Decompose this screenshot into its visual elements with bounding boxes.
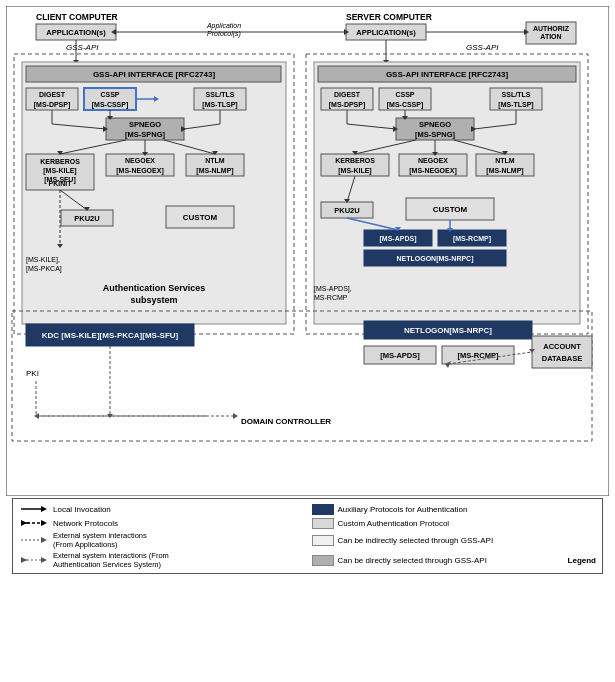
legend-ext2-label: External system interactions (FromAuthen… [53,551,169,569]
auth-subsystem-label: Authentication Services [103,283,206,293]
legend-aux-label: Auxiliary Protocols for Authentication [338,505,468,514]
ms-kile-pkca-label: [MS-KILE], [26,256,60,264]
svg-marker-99 [21,520,27,526]
left-spnego2: [MS-SPNG] [125,130,166,139]
architecture-diagram: CLIENT COMPUTER SERVER COMPUTER APPLICAT… [6,6,609,496]
client-app-box: APPLICATION(s) [46,28,106,37]
pki-label: PKI [26,369,39,378]
client-computer-label: CLIENT COMPUTER [36,12,118,22]
left-ntlm: NTLM [205,157,225,164]
domain-controller: DOMAIN CONTROLLER [241,417,331,426]
ms-rcmp-right: [MS-RCMP] [458,351,499,360]
legend-item-network: Network Protocols [19,517,304,529]
ms-kile-pkca-label2: [MS-PKCA] [26,265,62,273]
auth-subsystem-label2: subsystem [130,295,177,305]
legend-custom-label: Custom Authentication Protocol [338,519,450,528]
legend-aux-color [312,504,334,515]
legend-direct-label: Can be directly selected through GSS-API [338,556,487,565]
app-protocol-label2: Protocol(s) [207,30,241,38]
right-ntlm: NTLM [495,157,515,164]
app-protocol-label: Application [206,22,241,30]
ms-rcmp-below: MS-RCMP [314,294,348,301]
ext-auth-arrow [19,554,49,566]
right-pku2u: PKU2U [334,206,359,215]
client-gss-api: GSS-API [66,43,99,52]
authz-box2: ATION [540,33,561,40]
right-ssltls2: [MS-TLSP] [498,101,533,109]
right-spnego: SPNEGO [419,120,451,129]
left-kerberos: KERBEROS [40,158,80,165]
left-cssp: CSSP [100,91,119,98]
right-negoex2: [MS-NEGOEX] [409,167,456,175]
left-kerberos4: PKINIT [49,180,73,187]
left-ssltls2: [MS-TLSP] [202,101,237,109]
legend-item-custom: Custom Authentication Protocol [312,517,597,529]
right-ntlm2: [MS-NLMP] [486,167,523,175]
right-gss-interface: GSS-API INTERFACE [RFC2743] [386,70,509,79]
legend-title: Legend [568,556,596,565]
left-ssltls: SSL/TLS [206,91,235,98]
right-negoex: NEGOEX [418,157,448,164]
legend-ext1-label: External system interactions(From Applic… [53,531,147,549]
ms-rcmp-box: [MS-RCMP] [453,235,491,243]
main-container: CLIENT COMPUTER SERVER COMPUTER APPLICAT… [0,0,615,682]
right-ssltls: SSL/TLS [502,91,531,98]
kdc-box: KDC [MS-KILE][MS-PKCA][MS-SFU] [42,331,179,340]
server-computer-label: SERVER COMPUTER [346,12,432,22]
legend-item-indirect: Can be indirectly selected through GSS-A… [312,531,597,549]
svg-marker-103 [41,537,47,543]
right-cssp: CSSP [395,91,414,98]
left-digest2: [MS-DPSP] [34,101,71,109]
left-pku2u: PKU2U [74,214,99,223]
legend-custom-color [312,518,334,529]
right-spnego2: [MS-SPNG] [415,130,456,139]
legend-item-local: Local Invocation [19,503,304,515]
network-protocols-arrow [19,517,49,529]
ms-apds-box: [MS-APDS] [380,235,417,243]
svg-marker-105 [21,557,27,563]
left-negoex: NEGOEX [125,157,155,164]
legend-item-ext2: External system interactions (FromAuthen… [19,551,304,569]
netlogon-right: NETLOGON[MS-NRPC] [404,326,492,335]
legend-area: Local Invocation Auxiliary Protocols for… [12,498,603,574]
left-gss-interface: GSS-API INTERFACE [RFC2743] [93,70,216,79]
ms-apds-right: [MS-APDS] [380,351,420,360]
legend-direct-color [312,555,334,566]
legend-local-label: Local Invocation [53,505,111,514]
left-kerberos2: [MS-KILE] [43,167,76,175]
account-db: ACCOUNT [543,342,581,351]
left-negoex2: [MS-NEGOEX] [116,167,163,175]
svg-marker-101 [41,520,47,526]
svg-rect-85 [532,336,592,368]
right-digest: DIGEST [334,91,361,98]
server-app-box: APPLICATION(s) [356,28,416,37]
left-custom: CUSTOM [183,213,218,222]
svg-marker-97 [41,506,47,512]
svg-marker-107 [41,557,47,563]
right-kerberos: KERBEROS [335,157,375,164]
right-kerberos2: [MS-KILE] [338,167,371,175]
legend-indirect-label: Can be indirectly selected through GSS-A… [338,536,494,545]
right-cssp2: [MS-CSSP] [387,101,424,109]
legend-item-aux: Auxiliary Protocols for Authentication [312,503,597,515]
legend-indirect-color [312,535,334,546]
legend-network-label: Network Protocols [53,519,118,528]
local-invocation-arrow [19,503,49,515]
account-db2: DATABASE [542,354,583,363]
left-ntlm2: [MS-NLMP] [196,167,233,175]
ext-app-arrow [19,534,49,546]
left-spnego: SPNEGO [129,120,161,129]
ms-apds-below: [MS-APDS], [314,285,352,293]
legend-item-ext1: External system interactions(From Applic… [19,531,304,549]
server-gss-api: GSS-API [466,43,499,52]
left-cssp2: [MS-CSSP] [92,101,129,109]
authz-box: AUTHORIZ [533,25,570,32]
right-custom: CUSTOM [433,205,468,214]
netlogon-box: NETLOGON[MS-NRPC] [397,255,474,263]
legend-item-direct: Can be directly selected through GSS-API… [312,551,597,569]
left-digest: DIGEST [39,91,66,98]
right-digest2: [MS-DPSP] [329,101,366,109]
